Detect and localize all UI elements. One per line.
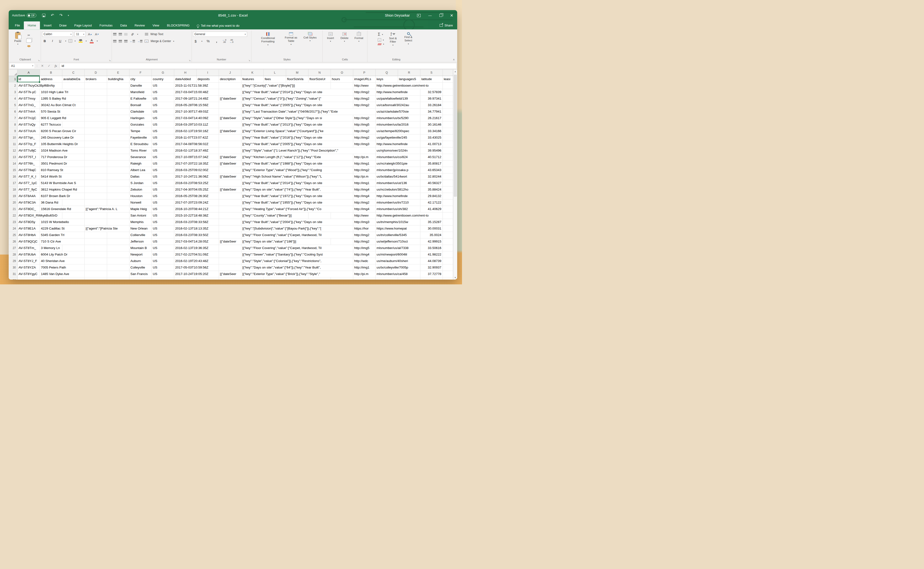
underline-button[interactable]: U: [58, 38, 63, 44]
cell[interactable]: 2016-11-07T23:07:42Z: [174, 134, 219, 141]
column-header-N[interactable]: N: [309, 70, 331, 76]
cell[interactable]: AV-ST7kzyCk2Bpf6BnNy: [18, 82, 62, 89]
cell[interactable]: [241, 277, 264, 280]
cell[interactable]: S Jordan: [129, 180, 152, 186]
cell[interactable]: 32.90937: [420, 265, 443, 271]
tab-home[interactable]: Home: [24, 21, 40, 29]
cut-button[interactable]: ✂: [26, 32, 32, 38]
cell[interactable]: [331, 277, 353, 280]
column-header-partial[interactable]: [443, 70, 453, 76]
cell[interactable]: [443, 115, 453, 121]
cell[interactable]: 2017-05-03T10:59:56Z: [174, 265, 219, 271]
formula-bar-splitter[interactable]: ⋮: [36, 64, 38, 67]
cell[interactable]: AV-ST76h_: [18, 160, 40, 167]
wrap-text-button[interactable]: Wrap Text: [151, 32, 163, 36]
column-header-I[interactable]: I: [196, 70, 219, 76]
sort-filter-button[interactable]: AZ Sort & Filter ▾: [387, 32, 399, 46]
cell[interactable]: Houston: [129, 193, 152, 199]
cell[interactable]: AV-ST8A4A: [18, 193, 40, 199]
cell[interactable]: AV-ST7oQy: [18, 122, 40, 128]
row-header-13[interactable]: 13: [9, 154, 18, 160]
cell[interactable]: us/tx/colleyville/7005p: [376, 265, 420, 271]
cell[interactable]: [{"key":"Year Built","value":["2013"]},{…: [241, 122, 353, 128]
cell[interactable]: brokers: [85, 76, 107, 82]
decrease-font-icon[interactable]: A▼: [94, 32, 100, 37]
cell[interactable]: [107, 180, 129, 186]
cell[interactable]: [62, 277, 85, 280]
cell[interactable]: [{"agent":"Patricia A. L: [85, 206, 129, 212]
cell[interactable]: [{"key":"Floor Covering","value":["Carpe…: [241, 245, 353, 251]
cell[interactable]: http://img4: [353, 186, 376, 193]
cell[interactable]: us/pa/efallowfield/139: [376, 96, 420, 102]
cell[interactable]: http://wdc: [353, 258, 376, 264]
cell[interactable]: 33.26184: [420, 102, 443, 108]
cell[interactable]: AV-ST8C3A: [18, 199, 40, 206]
cell[interactable]: us/az/tempe/8200spec: [376, 128, 420, 134]
clear-button[interactable]: ▾: [378, 43, 384, 45]
cell[interactable]: http://img1: [353, 160, 376, 167]
column-header-B[interactable]: B: [40, 70, 62, 76]
cell[interactable]: 34.77941: [420, 108, 443, 115]
cell[interactable]: [219, 122, 241, 128]
cell[interactable]: [85, 141, 107, 147]
cell[interactable]: AV-ST7_1yC: [18, 180, 40, 186]
cell[interactable]: [443, 245, 453, 251]
cell[interactable]: US: [152, 128, 174, 134]
cell[interactable]: 2017-10-24T19:05:20Z: [174, 271, 219, 277]
cell[interactable]: Albert Lea: [129, 167, 152, 173]
cell[interactable]: 29.84132: [420, 193, 443, 199]
cell[interactable]: [62, 199, 85, 206]
cell[interactable]: [85, 115, 107, 121]
cell[interactable]: [{"dateSeer: [219, 173, 241, 180]
find-select-button[interactable]: Find & Select ▾: [402, 32, 415, 45]
row-header-18[interactable]: 18: [9, 186, 18, 193]
cell[interactable]: http://img5: [353, 245, 376, 251]
cell[interactable]: 37.72778: [420, 271, 443, 277]
cell[interactable]: http://pi.m: [353, 154, 376, 160]
align-left-icon[interactable]: [113, 40, 116, 43]
cell[interactable]: http://img3: [353, 141, 376, 147]
cell[interactable]: 2017-03-04T15:00:48Z: [174, 89, 219, 95]
cell[interactable]: [219, 219, 241, 225]
cell[interactable]: [{"key":"County","value":["Bexar"]}]: [241, 213, 309, 219]
cell[interactable]: [85, 186, 107, 193]
accounting-format-button[interactable]: $: [193, 38, 198, 44]
cell[interactable]: [85, 89, 107, 95]
cell[interactable]: Toms River: [129, 148, 152, 154]
cell[interactable]: US: [152, 96, 174, 102]
cell[interactable]: 717 Ponderosa Dr: [40, 154, 85, 160]
cell[interactable]: [85, 265, 107, 271]
increase-decimal-button[interactable]: ←.0.00: [222, 39, 227, 44]
cell[interactable]: [{"key":"Year Built","value":["1972"]},{…: [241, 193, 353, 199]
cell[interactable]: AV-ST7oUA: [18, 128, 40, 134]
cell[interactable]: [107, 82, 129, 89]
cell[interactable]: US: [152, 225, 174, 232]
cell[interactable]: [219, 108, 241, 115]
cell[interactable]: [107, 167, 129, 173]
cell[interactable]: [107, 251, 129, 258]
row-header-9[interactable]: 9: [9, 128, 18, 134]
cell[interactable]: [443, 199, 453, 206]
cell[interactable]: Gonzales: [129, 122, 152, 128]
cancel-icon[interactable]: ✕: [40, 64, 45, 68]
cell[interactable]: [309, 213, 331, 219]
cell[interactable]: http://img3: [353, 219, 376, 225]
cell[interactable]: [331, 213, 353, 219]
cell[interactable]: [443, 186, 453, 193]
cell[interactable]: mlsnumber/us/tn/7210: [376, 199, 420, 206]
format-cells-button[interactable]: ↔ Format ▾: [353, 32, 365, 43]
cell[interactable]: [443, 213, 453, 219]
cell[interactable]: [219, 180, 241, 186]
cell[interactable]: [107, 141, 129, 147]
row-header-5[interactable]: 5: [9, 102, 18, 108]
row-header-25[interactable]: 25: [9, 232, 18, 238]
formula-input[interactable]: id: [60, 63, 457, 69]
cell[interactable]: AV-ST8Tm_: [18, 245, 40, 251]
cell[interactable]: [443, 89, 453, 95]
cell[interactable]: [219, 141, 241, 147]
cell[interactable]: [219, 193, 241, 199]
cell[interactable]: mlsnumber/us/oh/382: [376, 206, 420, 212]
cell[interactable]: AV-ST8YZA: [18, 265, 40, 271]
cell[interactable]: [{"key":"Year Built","value":["2004"]},{…: [241, 219, 353, 225]
cell[interactable]: address: [40, 76, 62, 82]
